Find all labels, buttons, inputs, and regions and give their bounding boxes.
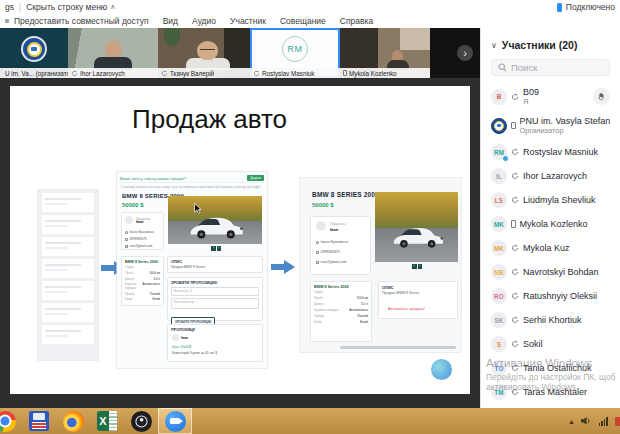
tray-expand-arrow[interactable]: ▴ xyxy=(570,417,574,426)
spec-label: Привід xyxy=(125,292,134,296)
spec-value: Автоматична xyxy=(349,308,368,312)
listing-row xyxy=(42,259,94,278)
tile-name-label: Mykola Kozlenko xyxy=(349,70,397,77)
chrome-icon xyxy=(0,411,16,432)
participant-row[interactable]: S Sokil xyxy=(481,332,620,356)
mail-icon xyxy=(316,261,319,264)
menu-audio[interactable]: Аудио xyxy=(192,16,216,26)
participant-row[interactable]: SK Serhii Khortiuk xyxy=(481,308,620,332)
avatar-initials: LS xyxy=(495,197,503,204)
photo-next-button: › xyxy=(217,246,222,251)
photo-prev-button: ‹ xyxy=(211,246,216,251)
seller-card: Продавець Іван Івано-Франківськ 09995856… xyxy=(310,216,371,275)
participant-row-self[interactable]: B B09Я xyxy=(481,82,620,111)
tile-name-label: U im. Va... (организатор) xyxy=(5,70,68,77)
participant-row[interactable]: MK Mykola Kozlenko xyxy=(481,212,620,236)
avatar: B xyxy=(491,89,507,105)
participant-video xyxy=(94,40,132,70)
camera-bubble xyxy=(431,359,452,380)
audio-connecting-icon xyxy=(161,70,168,77)
menu-share[interactable]: Предоставить совместный доступ xyxy=(14,16,149,26)
university-logo xyxy=(21,36,47,62)
menu-meeting[interactable]: Совещание xyxy=(280,16,326,26)
hide-menu-button[interactable]: Скрыть строку меню xyxy=(26,2,107,12)
taskbar-zoom-button-active[interactable] xyxy=(158,408,192,434)
audio-connecting-icon xyxy=(511,364,519,372)
participant-row[interactable]: MK Mykola Kuz xyxy=(481,236,620,260)
page-note: У вашому кабінеті авто має назву і ціну,… xyxy=(121,185,252,189)
firefox-icon xyxy=(63,411,84,432)
network-icon[interactable] xyxy=(599,417,608,426)
participant-name: Sokil xyxy=(523,339,543,349)
audio-connecting-icon xyxy=(253,70,260,77)
participant-row[interactable]: NB Navrotskyi Bohdan xyxy=(481,260,620,284)
avatar: SK xyxy=(491,312,507,328)
avatar-initials: TM xyxy=(494,389,504,396)
participant-name: Ihor Lazarovych xyxy=(523,171,587,181)
participant-name: Mykola Kozlenko xyxy=(520,219,588,229)
menu-view[interactable]: Вид xyxy=(163,16,178,26)
search-icon xyxy=(498,63,507,72)
zoom-meeting-window: gs | Скрыть строку меню ∧ Подключено Пре… xyxy=(0,0,620,434)
participant-row[interactable]: TM Taras Mashtaler xyxy=(481,380,620,404)
search-input[interactable]: Поиск xyxy=(491,59,610,76)
avatar: MK xyxy=(491,216,507,232)
participant-row[interactable]: RM Rostyslav Masniuk xyxy=(481,140,620,164)
avatar: NB xyxy=(491,264,507,280)
participant-video xyxy=(186,41,230,70)
raise-hand-button[interactable] xyxy=(593,88,610,105)
video-tile-tkachuk[interactable]: Ткачук Валерій xyxy=(158,28,250,78)
taskbar-excel-button[interactable]: X xyxy=(90,408,124,434)
participant-name: Liudmyla Shevliuk xyxy=(523,195,596,205)
seller-name: Іван xyxy=(330,227,338,232)
participant-row[interactable]: LS Liudmyla Shevliuk xyxy=(481,188,620,212)
seller-avatar xyxy=(316,221,326,231)
action-center-icon[interactable] xyxy=(615,417,620,426)
description-text: Продаю BMW 8 Series xyxy=(171,265,259,269)
participant-row-organizer[interactable]: PNU im. Vasyla StefanykaОрганизатор xyxy=(481,111,620,140)
car-title: BMW 8 SERIES 2009 xyxy=(312,191,379,198)
avatar-initials: MK xyxy=(494,245,504,252)
participants-header[interactable]: ∨ Участники (20) xyxy=(481,28,620,54)
spec-value: Повний xyxy=(150,292,160,296)
taskbar-save-app-button[interactable] xyxy=(22,408,56,434)
note-link: (тут) xyxy=(253,185,259,189)
initials-avatar: RM xyxy=(282,36,308,62)
taskbar-chrome-button[interactable] xyxy=(0,408,22,434)
audio-connecting-icon xyxy=(511,268,519,276)
participant-row[interactable]: RO Ratushnyiy Oleksii xyxy=(481,284,620,308)
video-tile-mykola[interactable]: Mykola Kozlenko xyxy=(340,28,430,78)
hand-icon xyxy=(597,92,606,101)
speaker-icon[interactable] xyxy=(581,416,592,426)
banner-button: Додати xyxy=(247,175,264,181)
taskbar-firefox-button[interactable] xyxy=(56,408,90,434)
video-tile-ihor[interactable]: Ihor Lazarovych xyxy=(68,28,158,78)
description-card: ОПИС Продаю BMW 8 Series xyxy=(167,256,263,273)
spec-label: Пробіг xyxy=(125,271,134,275)
participant-row[interactable]: IL Ihor Lazarovych xyxy=(481,164,620,188)
spec-value: Повний xyxy=(357,314,368,318)
banner-question: Ваше авто у списку ваших товарів? xyxy=(120,176,186,181)
buyer-avatar xyxy=(172,334,179,341)
taskbar-obs-button[interactable] xyxy=(124,408,158,434)
seller-card: Продавець Іван Івано-Франківськ 09995856… xyxy=(121,212,164,250)
menu-participant[interactable]: Участник xyxy=(230,16,266,26)
app-icon xyxy=(5,19,9,23)
phone-icon xyxy=(125,238,128,241)
search-placeholder: Поиск xyxy=(511,62,537,73)
seller-email: ivan@gmail.com xyxy=(321,260,347,264)
seller-avatar xyxy=(125,216,133,224)
description-title: ОПИС xyxy=(382,285,454,290)
next-participants-button[interactable]: › xyxy=(457,45,473,61)
car-spec-card: BMW 8 Series 2009 Седан Пробіг5000 км Дв… xyxy=(310,281,372,342)
participant-video xyxy=(387,50,409,69)
spec-label: Колір xyxy=(314,320,322,324)
participant-name: Tania Ostafiichuk xyxy=(523,363,592,373)
participant-row[interactable]: TO Tania Ostafiichuk xyxy=(481,356,620,380)
video-tile-organizer[interactable]: U im. Va... (организатор) xyxy=(0,28,68,78)
audio-connecting-icon xyxy=(511,244,519,252)
offers-title: ПРОПОЗИЦІЇ xyxy=(171,328,259,332)
spec-value: 3.0 л xyxy=(153,277,160,281)
video-tile-rostyslav-active[interactable]: RM Rostyslav Masniuk xyxy=(250,28,340,78)
menu-help[interactable]: Справка xyxy=(340,16,373,26)
